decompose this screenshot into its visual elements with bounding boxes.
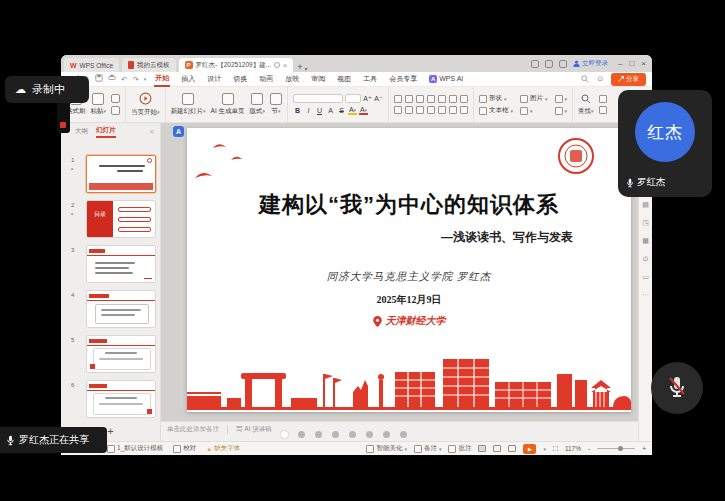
ai-generate-page-button[interactable]: AI 生成单页 [211, 93, 245, 116]
close-window-button[interactable]: × [641, 59, 646, 68]
slide-thumbnail-3[interactable] [86, 245, 156, 283]
distribute-icon[interactable] [438, 106, 446, 114]
insert-shape-button[interactable]: 形状▾ [479, 94, 513, 103]
minimize-button[interactable]: – [618, 59, 622, 68]
workspace-icon[interactable] [545, 60, 553, 68]
align-center-icon[interactable] [405, 106, 413, 114]
slide-thumbnail-5[interactable] [86, 335, 156, 373]
thumbnail-row-1[interactable]: 1 ✦ [61, 155, 160, 195]
copy-icon[interactable] [111, 106, 120, 115]
strikethrough-button[interactable]: S [337, 107, 346, 114]
print-icon[interactable] [108, 74, 116, 84]
add-slide-button[interactable]: + [107, 425, 113, 437]
font-size-select[interactable] [345, 94, 361, 103]
pagination-dot[interactable] [332, 431, 339, 438]
ribbon-tab-member[interactable]: 会员专享 [388, 72, 418, 86]
font-family-select[interactable] [293, 94, 343, 103]
pagination-dot-active[interactable] [281, 431, 288, 438]
notes-placeholder[interactable]: 单击此处添加备注 [167, 425, 219, 434]
ribbon-tab-home[interactable]: 开始 [154, 71, 170, 87]
increase-font-icon[interactable]: A⁺ [363, 95, 372, 103]
slide-thumbnail-list[interactable]: 1 ✦ 2 ✦ 目录 [61, 140, 160, 421]
design-panel-icon[interactable]: ◳ [642, 219, 649, 227]
insert-picture-button[interactable]: 图片▾ [520, 94, 548, 103]
pagination-dot[interactable] [383, 431, 390, 438]
ribbon-tab-review[interactable]: 审阅 [310, 72, 326, 86]
ribbon-tab-view[interactable]: 视图 [336, 72, 352, 86]
ai-speech-notes-button[interactable]: 写 AI 演讲稿 [227, 425, 272, 434]
indent-increase-icon[interactable] [427, 95, 435, 103]
microphone-muted-button[interactable] [651, 362, 703, 414]
font-color-button[interactable]: A▾ [359, 106, 368, 115]
login-button[interactable]: 立即登录 [573, 59, 608, 68]
pagination-dot[interactable] [400, 431, 407, 438]
tab-slides[interactable]: 幻灯片 [96, 126, 116, 138]
cut-icon[interactable] [111, 94, 120, 103]
ribbon-tab-design[interactable]: 设计 [206, 72, 222, 86]
redo-icon[interactable]: ↷ [132, 75, 138, 84]
undo-icon[interactable]: ↶ [121, 75, 127, 84]
new-slide-button[interactable]: 新建幻灯片▾ [171, 93, 206, 116]
bold-button[interactable]: B [293, 107, 302, 114]
slide-pagination-dots[interactable] [281, 431, 407, 438]
align-right-icon[interactable] [416, 106, 424, 114]
fit-slide-icon[interactable]: ⛶ [553, 445, 558, 453]
zoom-slider[interactable] [597, 448, 635, 449]
section-button[interactable]: 节▾ [270, 93, 282, 116]
ribbon-tab-insert[interactable]: 插入 [180, 72, 196, 86]
thumbnail-row-6[interactable]: 6 [61, 380, 160, 420]
slideshow-options-chevron-icon[interactable]: ▾ [543, 446, 546, 452]
convert-smartart-icon[interactable] [460, 95, 468, 103]
participant-video-tile[interactable]: 红杰 罗红杰 [618, 90, 712, 197]
notes-toggle-button[interactable]: 备注▾ [414, 444, 442, 453]
ribbon-search-icon[interactable] [581, 75, 589, 84]
reading-view-icon[interactable] [508, 445, 516, 452]
missing-font-warning[interactable]: ▲ 缺失字体 [206, 444, 240, 453]
paste-button[interactable]: 粘贴▾ [91, 93, 107, 116]
bullet-list-icon[interactable] [394, 95, 402, 103]
restore-button[interactable]: □ [629, 59, 634, 68]
notes-bar[interactable]: 单击此处添加备注 写 AI 演讲稿 [161, 421, 638, 441]
save-icon[interactable] [95, 74, 103, 84]
document-share-button[interactable]: 分享 [611, 73, 646, 86]
play-from-current-button[interactable]: 当页开始▾ [131, 92, 160, 117]
ai-assistant-icon[interactable]: A [173, 126, 184, 137]
slide-canvas[interactable]: 建构以“我”为中心的知识体系 —浅谈读书、写作与发表 同济大学马克思主义学院 罗… [187, 128, 631, 412]
normal-view-icon[interactable] [478, 445, 486, 452]
thumbnail-row-3[interactable]: 3 [61, 245, 160, 285]
align-objects-icon[interactable] [460, 106, 468, 114]
align-justify-icon[interactable] [427, 106, 435, 114]
slide-thumbnail-4[interactable] [86, 290, 156, 328]
find-button[interactable]: 查找▾ [578, 94, 594, 116]
thumbnail-row-5[interactable]: 5 [61, 335, 160, 375]
underline-button[interactable]: U [315, 107, 324, 114]
editing-canvas[interactable]: A 建构以“我”为中心的知识体系 —浅谈读书 [161, 123, 638, 421]
tab-wps-office[interactable]: W WPS Office [64, 58, 119, 72]
italic-button[interactable]: I [304, 107, 313, 114]
layout-button[interactable]: 版式▾ [250, 93, 266, 116]
proofing-button[interactable]: 校对 [173, 444, 196, 453]
thumbnail-row-4[interactable]: 4 [61, 290, 160, 330]
insert-chart-button[interactable]: ▾ [555, 95, 568, 103]
insert-table-button[interactable]: ▾ [520, 107, 548, 115]
thumbnail-row-2[interactable]: 2 ✦ 目录 [61, 200, 160, 240]
collapse-panel-icon[interactable]: < [150, 128, 154, 135]
ribbon-tab-transition[interactable]: 切换 [232, 72, 248, 86]
highlight-color-button[interactable]: A▾ [348, 106, 357, 115]
pagination-dot[interactable] [315, 431, 322, 438]
media-panel-icon[interactable]: ▦ [642, 237, 649, 245]
indent-decrease-icon[interactable] [416, 95, 424, 103]
more-panels-icon[interactable]: ⋯ [642, 291, 649, 299]
ribbon-tab-animation[interactable]: 动画 [258, 72, 274, 86]
toolbar-more-icon[interactable] [599, 106, 607, 114]
zoom-out-button[interactable]: - [588, 445, 590, 452]
text-direction-icon[interactable] [449, 95, 457, 103]
slideshow-play-button[interactable]: ▶ [523, 444, 536, 454]
zoom-in-button[interactable]: + [642, 445, 646, 452]
zoom-slider-knob[interactable] [618, 446, 623, 451]
properties-panel-icon[interactable]: ▤ [642, 201, 649, 209]
design-template-button[interactable]: 1_默认设计模板 [107, 444, 163, 453]
ribbon-tab-wps-ai[interactable]: A WPS AI [428, 73, 464, 85]
slide-thumbnail-2[interactable]: 目录 [86, 200, 156, 238]
comment-toggle-button[interactable]: 批注 [448, 444, 471, 453]
